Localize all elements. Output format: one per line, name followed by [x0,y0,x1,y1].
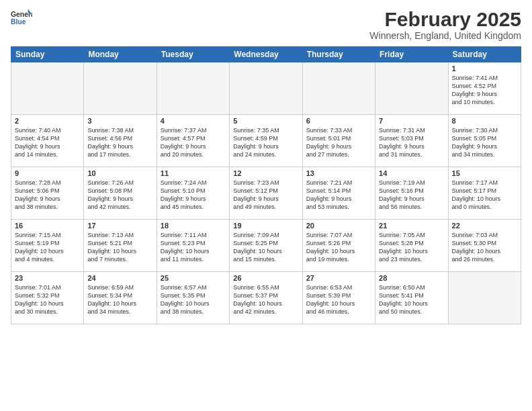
day-info: Sunrise: 7:15 AM Sunset: 5:19 PM Dayligh… [15,231,80,264]
day-number: 13 [306,169,371,177]
day-number: 16 [15,222,80,230]
day-number: 3 [87,117,152,125]
day-number: 17 [87,222,152,230]
day-number: 28 [379,274,444,282]
day-info: Sunrise: 7:24 AM Sunset: 5:10 PM Dayligh… [161,179,226,212]
day-info: Sunrise: 7:01 AM Sunset: 5:32 PM Dayligh… [15,283,80,316]
day-number: 25 [161,274,226,282]
logo-icon: General Blue [11,8,32,27]
calendar-cell: 14Sunrise: 7:19 AM Sunset: 5:16 PM Dayli… [375,167,448,220]
calendar-cell: 9Sunrise: 7:28 AM Sunset: 5:06 PM Daylig… [11,167,84,220]
calendar-cell: 18Sunrise: 7:11 AM Sunset: 5:23 PM Dayli… [157,220,229,272]
day-number: 14 [379,169,444,177]
col-thursday: Thursday [302,47,375,62]
day-number: 9 [15,169,80,177]
day-number: 6 [306,117,371,125]
day-info: Sunrise: 6:55 AM Sunset: 5:37 PM Dayligh… [233,283,298,316]
col-wednesday: Wednesday [230,47,302,62]
calendar-cell [157,62,229,115]
calendar-cell: 17Sunrise: 7:13 AM Sunset: 5:21 PM Dayli… [84,220,157,272]
day-info: Sunrise: 7:23 AM Sunset: 5:12 PM Dayligh… [233,179,298,212]
day-info: Sunrise: 7:26 AM Sunset: 5:08 PM Dayligh… [87,179,152,212]
day-number: 2 [15,117,80,125]
location: Winnersh, England, United Kingdom [369,30,521,41]
day-info: Sunrise: 7:13 AM Sunset: 5:21 PM Dayligh… [87,231,152,264]
calendar-week-2: 9Sunrise: 7:28 AM Sunset: 5:06 PM Daylig… [11,167,521,220]
calendar-cell: 24Sunrise: 6:59 AM Sunset: 5:34 PM Dayli… [84,272,157,324]
calendar-cell: 13Sunrise: 7:21 AM Sunset: 5:14 PM Dayli… [302,167,375,220]
calendar-cell: 12Sunrise: 7:23 AM Sunset: 5:12 PM Dayli… [230,167,302,220]
day-number: 27 [306,274,371,282]
calendar-cell: 26Sunrise: 6:55 AM Sunset: 5:37 PM Dayli… [230,272,302,324]
day-info: Sunrise: 7:05 AM Sunset: 5:28 PM Dayligh… [379,231,444,264]
day-info: Sunrise: 7:37 AM Sunset: 4:57 PM Dayligh… [161,126,226,159]
col-tuesday: Tuesday [157,47,229,62]
calendar-cell [448,272,521,324]
title-block: February 2025 Winnersh, England, United … [369,8,521,41]
calendar-week-4: 23Sunrise: 7:01 AM Sunset: 5:32 PM Dayli… [11,272,521,324]
day-number: 12 [233,169,298,177]
calendar-header-row: Sunday Monday Tuesday Wednesday Thursday… [11,47,521,62]
header: General Blue February 2025 Winnersh, Eng… [11,8,521,41]
day-number: 22 [452,222,517,230]
calendar-cell: 25Sunrise: 6:57 AM Sunset: 5:35 PM Dayli… [157,272,229,324]
day-info: Sunrise: 7:30 AM Sunset: 5:05 PM Dayligh… [452,126,517,159]
calendar-cell: 2Sunrise: 7:40 AM Sunset: 4:54 PM Daylig… [11,115,84,167]
calendar-cell [230,62,302,115]
day-info: Sunrise: 7:07 AM Sunset: 5:26 PM Dayligh… [306,231,371,264]
calendar-cell: 5Sunrise: 7:35 AM Sunset: 4:59 PM Daylig… [230,115,302,167]
day-info: Sunrise: 7:03 AM Sunset: 5:30 PM Dayligh… [452,231,517,264]
day-info: Sunrise: 7:11 AM Sunset: 5:23 PM Dayligh… [161,231,226,264]
day-info: Sunrise: 7:19 AM Sunset: 5:16 PM Dayligh… [379,179,444,212]
calendar-cell: 27Sunrise: 6:53 AM Sunset: 5:39 PM Dayli… [302,272,375,324]
calendar-cell [84,62,157,115]
day-info: Sunrise: 7:33 AM Sunset: 5:01 PM Dayligh… [306,126,371,159]
month-title: February 2025 [369,8,521,30]
day-number: 10 [87,169,152,177]
calendar-cell: 6Sunrise: 7:33 AM Sunset: 5:01 PM Daylig… [302,115,375,167]
day-info: Sunrise: 7:31 AM Sunset: 5:03 PM Dayligh… [379,126,444,159]
calendar-week-0: 1Sunrise: 7:41 AM Sunset: 4:52 PM Daylig… [11,62,521,115]
day-info: Sunrise: 7:21 AM Sunset: 5:14 PM Dayligh… [306,179,371,212]
calendar-cell: 20Sunrise: 7:07 AM Sunset: 5:26 PM Dayli… [302,220,375,272]
day-number: 1 [452,64,517,73]
day-number: 20 [306,222,371,230]
day-number: 19 [233,222,298,230]
day-info: Sunrise: 6:57 AM Sunset: 5:35 PM Dayligh… [161,283,226,316]
day-number: 8 [452,117,517,125]
day-number: 7 [379,117,444,125]
day-number: 21 [379,222,444,230]
day-number: 11 [161,169,226,177]
day-info: Sunrise: 7:38 AM Sunset: 4:56 PM Dayligh… [87,126,152,159]
day-number: 4 [161,117,226,125]
day-info: Sunrise: 6:50 AM Sunset: 5:41 PM Dayligh… [379,283,444,316]
day-number: 24 [87,274,152,282]
calendar-cell: 11Sunrise: 7:24 AM Sunset: 5:10 PM Dayli… [157,167,229,220]
calendar-cell: 23Sunrise: 7:01 AM Sunset: 5:32 PM Dayli… [11,272,84,324]
calendar-week-1: 2Sunrise: 7:40 AM Sunset: 4:54 PM Daylig… [11,115,521,167]
day-info: Sunrise: 7:41 AM Sunset: 4:52 PM Dayligh… [452,74,517,107]
calendar-cell: 10Sunrise: 7:26 AM Sunset: 5:08 PM Dayli… [84,167,157,220]
day-info: Sunrise: 6:59 AM Sunset: 5:34 PM Dayligh… [87,283,152,316]
calendar-cell: 3Sunrise: 7:38 AM Sunset: 4:56 PM Daylig… [84,115,157,167]
calendar-cell: 28Sunrise: 6:50 AM Sunset: 5:41 PM Dayli… [375,272,448,324]
svg-text:Blue: Blue [11,18,26,26]
page: General Blue February 2025 Winnersh, Eng… [0,0,532,411]
day-number: 23 [15,274,80,282]
calendar: Sunday Monday Tuesday Wednesday Thursday… [11,46,521,324]
col-monday: Monday [84,47,157,62]
calendar-cell: 22Sunrise: 7:03 AM Sunset: 5:30 PM Dayli… [448,220,521,272]
calendar-cell: 15Sunrise: 7:17 AM Sunset: 5:17 PM Dayli… [448,167,521,220]
col-saturday: Saturday [448,47,521,62]
calendar-cell: 7Sunrise: 7:31 AM Sunset: 5:03 PM Daylig… [375,115,448,167]
day-info: Sunrise: 7:09 AM Sunset: 5:25 PM Dayligh… [233,231,298,264]
day-number: 26 [233,274,298,282]
col-friday: Friday [375,47,448,62]
day-number: 18 [161,222,226,230]
day-info: Sunrise: 7:17 AM Sunset: 5:17 PM Dayligh… [452,179,517,212]
day-number: 15 [452,169,517,177]
logo: General Blue [11,8,32,27]
day-info: Sunrise: 7:35 AM Sunset: 4:59 PM Dayligh… [233,126,298,159]
day-info: Sunrise: 7:28 AM Sunset: 5:06 PM Dayligh… [15,179,80,212]
calendar-cell [302,62,375,115]
